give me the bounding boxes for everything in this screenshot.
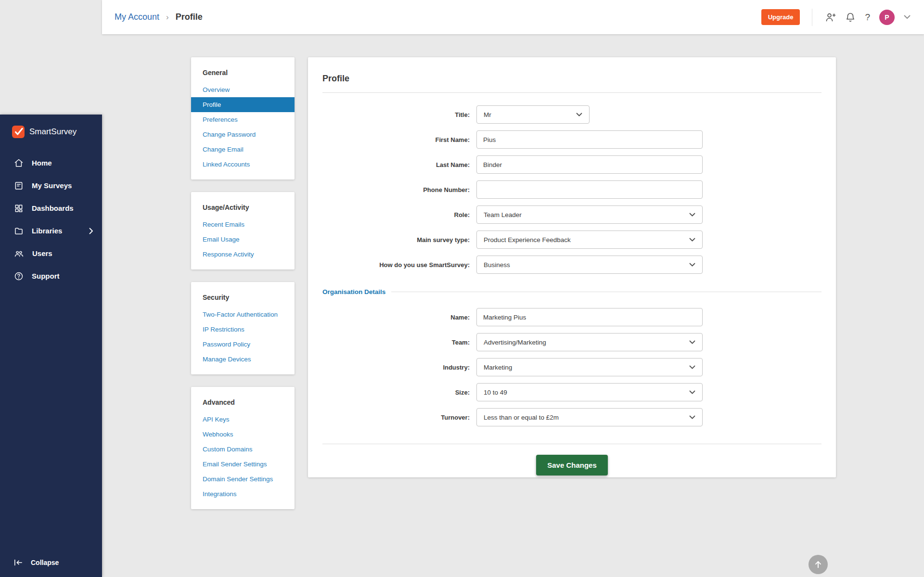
main-survey-type-select-value: Product Experience Feedback (484, 236, 571, 244)
last-name-label: Last Name: (322, 161, 476, 168)
form-row-main-survey-type: Main survey type: Product Experience Fee… (322, 231, 821, 249)
settings-link-integrations[interactable]: Integrations (191, 487, 295, 501)
account-chevron-down-icon[interactable] (904, 15, 911, 19)
organisation-details-divider (391, 292, 821, 292)
folder-icon (14, 226, 24, 236)
chevron-down-icon (689, 213, 695, 217)
settings-link-webhooks[interactable]: Webhooks (191, 427, 295, 442)
team-select[interactable]: Advertising/Marketing (476, 333, 703, 351)
chevron-down-icon (689, 415, 695, 419)
main-survey-type-select[interactable]: Product Experience Feedback (476, 231, 703, 249)
chevron-down-icon (689, 390, 695, 394)
page-title: Profile (322, 74, 821, 84)
save-row: Save Changes (322, 444, 821, 486)
support-icon (14, 271, 24, 281)
settings-link-password-policy[interactable]: Password Policy (191, 337, 295, 352)
team-label: Team: (322, 339, 476, 346)
turnover-label: Turnover: (322, 414, 476, 421)
section-title: General (191, 69, 295, 77)
settings-link-overview[interactable]: Overview (191, 82, 295, 97)
title-select[interactable]: Mr (476, 105, 590, 124)
settings-link-two-factor[interactable]: Two-Factor Authentication (191, 307, 295, 322)
form-row-turnover: Turnover: Less than or equal to £2m (322, 408, 821, 426)
header-bar: My Account › Profile Upgrade ? P (102, 0, 924, 34)
org-name-label: Name: (322, 314, 476, 321)
form-row-smartsurvey-usage: How do you use SmartSurvey: Business (322, 256, 821, 274)
help-icon[interactable]: ? (865, 12, 870, 23)
save-changes-button[interactable]: Save Changes (536, 455, 608, 475)
settings-link-preferences[interactable]: Preferences (191, 112, 295, 127)
avatar[interactable]: P (879, 10, 895, 25)
smartsurvey-usage-select[interactable]: Business (476, 256, 703, 274)
settings-link-api-keys[interactable]: API Keys (191, 412, 295, 427)
team-select-value: Advertising/Marketing (484, 339, 546, 346)
settings-link-domain-sender-settings[interactable]: Domain Sender Settings (191, 472, 295, 487)
settings-link-manage-devices[interactable]: Manage Devices (191, 352, 295, 367)
last-name-input[interactable] (476, 155, 703, 174)
first-name-input[interactable] (476, 130, 703, 149)
sidebar-item-my-surveys[interactable]: My Surveys (0, 174, 102, 197)
smartsurvey-usage-select-value: Business (484, 261, 510, 269)
turnover-select-value: Less than or equal to £2m (484, 414, 559, 421)
phone-number-input[interactable] (476, 180, 703, 199)
title-select-value: Mr (484, 111, 491, 118)
smartsurvey-check-icon (12, 126, 25, 138)
main-survey-type-label: Main survey type: (322, 236, 476, 244)
sidebar-collapse-button[interactable]: Collapse (14, 559, 59, 566)
sidebar-item-home[interactable]: Home (0, 152, 102, 174)
settings-link-profile[interactable]: Profile (191, 97, 295, 112)
industry-label: Industry: (322, 364, 476, 371)
first-name-label: First Name: (322, 136, 476, 143)
settings-link-recent-emails[interactable]: Recent Emails (191, 217, 295, 232)
industry-select-value: Marketing (484, 364, 512, 371)
size-select[interactable]: 10 to 49 (476, 383, 703, 401)
settings-link-ip-restrictions[interactable]: IP Restrictions (191, 322, 295, 337)
breadcrumb-profile: Profile (176, 12, 203, 22)
sidebar-item-users[interactable]: Users (0, 242, 102, 265)
header-actions: Upgrade ? P (761, 9, 911, 26)
brand-name: SmartSurvey (29, 127, 77, 137)
settings-link-response-activity[interactable]: Response Activity (191, 247, 295, 262)
org-name-input[interactable] (476, 308, 703, 326)
settings-link-email-usage[interactable]: Email Usage (191, 232, 295, 247)
chevron-down-icon (689, 238, 695, 242)
size-select-value: 10 to 49 (484, 389, 507, 396)
settings-link-custom-domains[interactable]: Custom Domains (191, 442, 295, 457)
sidebar-item-label: Support (32, 272, 60, 280)
industry-select[interactable]: Marketing (476, 358, 703, 376)
settings-link-change-password[interactable]: Change Password (191, 127, 295, 142)
form-row-last-name: Last Name: (322, 155, 821, 174)
brand-logo[interactable]: SmartSurvey (0, 115, 102, 138)
breadcrumb: My Account › Profile (115, 12, 203, 22)
settings-link-change-email[interactable]: Change Email (191, 142, 295, 157)
notifications-bell-icon[interactable] (845, 12, 856, 23)
surveys-icon (14, 181, 24, 191)
form-row-industry: Industry: Marketing (322, 358, 821, 376)
settings-section-general: General Overview Profile Preferences Cha… (191, 57, 295, 180)
sidebar-item-support[interactable]: Support (0, 265, 102, 287)
settings-section-usage-activity: Usage/Activity Recent Emails Email Usage… (191, 192, 295, 269)
chevron-down-icon (689, 263, 695, 267)
turnover-select[interactable]: Less than or equal to £2m (476, 408, 703, 426)
sidebar-item-dashboards[interactable]: Dashboards (0, 197, 102, 219)
form-row-size: Size: 10 to 49 (322, 383, 821, 401)
sidebar-item-libraries[interactable]: Libraries (0, 219, 102, 242)
smartsurvey-usage-label: How do you use SmartSurvey: (322, 261, 476, 269)
upgrade-button[interactable]: Upgrade (761, 9, 800, 25)
chevron-down-icon (576, 113, 582, 116)
scroll-to-top-button[interactable] (808, 555, 828, 574)
sidebar-nav: Home My Surveys Dashboards Libraries (0, 152, 102, 287)
settings-link-linked-accounts[interactable]: Linked Accounts (191, 157, 295, 172)
settings-section-security: Security Two-Factor Authentication IP Re… (191, 282, 295, 374)
breadcrumb-separator-icon: › (166, 13, 169, 22)
chevron-down-icon (689, 340, 695, 344)
breadcrumb-my-account[interactable]: My Account (115, 12, 159, 22)
chevron-down-icon (689, 365, 695, 369)
role-select[interactable]: Team Leader (476, 205, 703, 224)
invite-user-icon[interactable] (824, 12, 836, 23)
section-title: Security (191, 294, 295, 301)
users-icon (14, 249, 24, 258)
settings-link-email-sender-settings[interactable]: Email Sender Settings (191, 457, 295, 472)
size-label: Size: (322, 389, 476, 396)
organisation-details-heading: Organisation Details (322, 288, 821, 295)
